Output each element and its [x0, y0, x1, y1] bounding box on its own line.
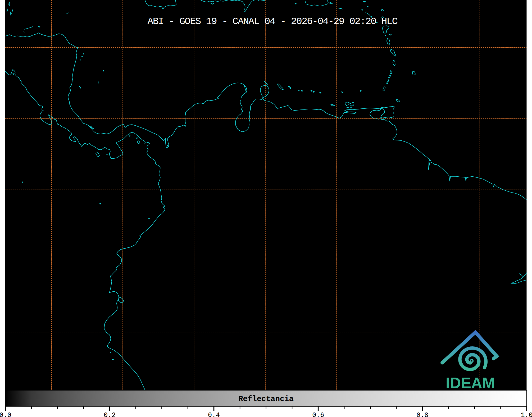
svg-text:IDEAM: IDEAM: [446, 374, 495, 391]
svg-text:Reflectancia: Reflectancia: [238, 395, 294, 404]
svg-text:0.2: 0.2: [104, 411, 116, 417]
svg-text:0.6: 0.6: [312, 411, 324, 417]
svg-text:ABI - GOES 19 - CANAL 04 - 202: ABI - GOES 19 - CANAL 04 - 2026-04-29 02…: [148, 16, 398, 27]
svg-text:0.4: 0.4: [208, 411, 220, 417]
svg-text:0.8: 0.8: [416, 411, 428, 417]
svg-text:0.0: 0.0: [0, 411, 11, 417]
svg-text:1.0: 1.0: [521, 411, 532, 417]
